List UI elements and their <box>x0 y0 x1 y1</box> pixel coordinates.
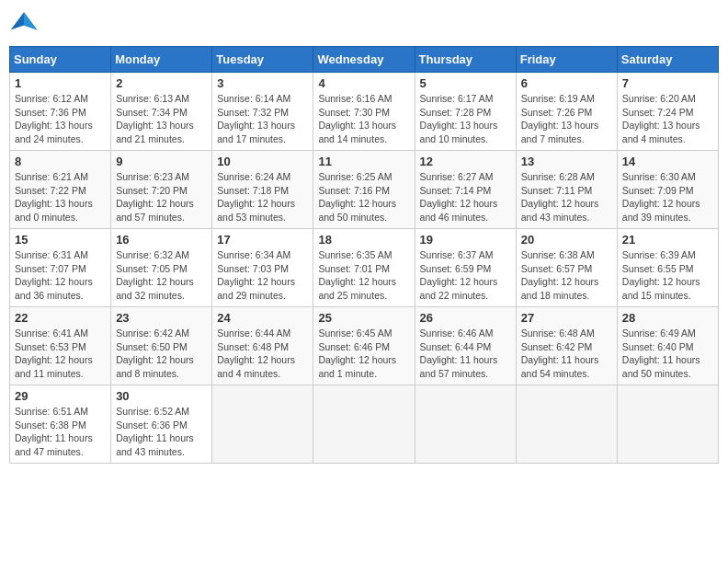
day-number: 30 <box>116 389 207 403</box>
day-number: 12 <box>420 155 511 168</box>
calendar-cell: 13Sunrise: 6:28 AMSunset: 7:11 PMDayligh… <box>516 151 617 229</box>
calendar-cell: 3Sunrise: 6:14 AMSunset: 7:32 PMDaylight… <box>212 73 313 151</box>
day-info: Sunrise: 6:51 AMSunset: 6:38 PMDaylight:… <box>15 405 106 459</box>
calendar-cell: 14Sunrise: 6:30 AMSunset: 7:09 PMDayligh… <box>617 151 718 229</box>
day-number: 2 <box>116 76 207 90</box>
day-number: 3 <box>217 76 308 90</box>
day-number: 23 <box>116 311 207 325</box>
day-info: Sunrise: 6:32 AMSunset: 7:05 PMDaylight:… <box>116 248 207 303</box>
day-info: Sunrise: 6:25 AMSunset: 7:16 PMDaylight:… <box>318 170 409 224</box>
calendar-cell <box>516 385 617 464</box>
calendar-week-row: 22Sunrise: 6:41 AMSunset: 6:53 PMDayligh… <box>10 307 719 385</box>
column-header-sunday: Sunday <box>10 47 111 73</box>
day-info: Sunrise: 6:30 AMSunset: 7:09 PMDaylight:… <box>622 170 713 224</box>
column-header-saturday: Saturday <box>617 47 718 73</box>
calendar-cell: 22Sunrise: 6:41 AMSunset: 6:53 PMDayligh… <box>10 307 111 385</box>
calendar-cell: 17Sunrise: 6:34 AMSunset: 7:03 PMDayligh… <box>212 229 313 307</box>
calendar-cell: 10Sunrise: 6:24 AMSunset: 7:18 PMDayligh… <box>212 151 313 229</box>
day-info: Sunrise: 6:52 AMSunset: 6:36 PMDaylight:… <box>116 405 207 459</box>
day-info: Sunrise: 6:37 AMSunset: 6:59 PMDaylight:… <box>420 248 511 303</box>
column-header-thursday: Thursday <box>415 47 516 73</box>
calendar-cell: 11Sunrise: 6:25 AMSunset: 7:16 PMDayligh… <box>313 151 415 229</box>
calendar-cell: 23Sunrise: 6:42 AMSunset: 6:50 PMDayligh… <box>111 307 212 385</box>
calendar-cell: 20Sunrise: 6:38 AMSunset: 6:57 PMDayligh… <box>516 229 617 307</box>
calendar-cell <box>617 385 718 464</box>
day-number: 7 <box>622 76 713 90</box>
day-number: 1 <box>15 76 106 90</box>
day-number: 8 <box>15 155 106 168</box>
day-number: 9 <box>116 155 207 168</box>
day-info: Sunrise: 6:13 AMSunset: 7:34 PMDaylight:… <box>116 92 207 146</box>
calendar-cell: 15Sunrise: 6:31 AMSunset: 7:07 PMDayligh… <box>10 229 111 307</box>
day-info: Sunrise: 6:16 AMSunset: 7:30 PMDaylight:… <box>318 92 409 146</box>
calendar-cell: 2Sunrise: 6:13 AMSunset: 7:34 PMDaylight… <box>111 73 212 151</box>
day-info: Sunrise: 6:41 AMSunset: 6:53 PMDaylight:… <box>15 327 106 381</box>
day-info: Sunrise: 6:20 AMSunset: 7:24 PMDaylight:… <box>622 92 713 146</box>
day-info: Sunrise: 6:38 AMSunset: 6:57 PMDaylight:… <box>521 248 612 303</box>
day-number: 13 <box>521 155 612 168</box>
calendar-cell: 7Sunrise: 6:20 AMSunset: 7:24 PMDaylight… <box>617 73 718 151</box>
calendar-cell: 5Sunrise: 6:17 AMSunset: 7:28 PMDaylight… <box>415 73 516 151</box>
day-number: 29 <box>15 389 106 403</box>
day-number: 16 <box>116 233 207 247</box>
calendar-header-row: SundayMondayTuesdayWednesdayThursdayFrid… <box>10 47 719 73</box>
logo <box>9 9 42 39</box>
calendar-week-row: 15Sunrise: 6:31 AMSunset: 7:07 PMDayligh… <box>10 229 719 307</box>
calendar-cell <box>415 385 516 464</box>
day-info: Sunrise: 6:35 AMSunset: 7:01 PMDaylight:… <box>318 248 409 303</box>
calendar-week-row: 29Sunrise: 6:51 AMSunset: 6:38 PMDayligh… <box>10 385 719 464</box>
day-number: 17 <box>217 233 308 247</box>
calendar-week-row: 8Sunrise: 6:21 AMSunset: 7:22 PMDaylight… <box>10 151 719 229</box>
calendar-cell: 6Sunrise: 6:19 AMSunset: 7:26 PMDaylight… <box>516 73 617 151</box>
calendar-cell: 27Sunrise: 6:48 AMSunset: 6:42 PMDayligh… <box>516 307 617 385</box>
day-info: Sunrise: 6:45 AMSunset: 6:46 PMDaylight:… <box>318 327 409 381</box>
svg-marker-1 <box>24 12 37 29</box>
day-info: Sunrise: 6:44 AMSunset: 6:48 PMDaylight:… <box>217 327 308 381</box>
day-number: 24 <box>217 311 308 325</box>
day-number: 27 <box>521 311 612 325</box>
day-number: 22 <box>15 311 106 325</box>
day-number: 28 <box>622 311 713 325</box>
column-header-monday: Monday <box>111 47 212 73</box>
day-info: Sunrise: 6:31 AMSunset: 7:07 PMDaylight:… <box>15 248 106 303</box>
calendar-cell: 4Sunrise: 6:16 AMSunset: 7:30 PMDaylight… <box>313 73 415 151</box>
day-number: 4 <box>318 76 409 90</box>
day-number: 21 <box>622 233 713 247</box>
day-number: 11 <box>318 155 409 168</box>
day-number: 18 <box>318 233 409 247</box>
column-header-friday: Friday <box>516 47 617 73</box>
calendar-cell: 16Sunrise: 6:32 AMSunset: 7:05 PMDayligh… <box>111 229 212 307</box>
day-number: 10 <box>217 155 308 168</box>
calendar-cell: 28Sunrise: 6:49 AMSunset: 6:40 PMDayligh… <box>617 307 718 385</box>
day-info: Sunrise: 6:21 AMSunset: 7:22 PMDaylight:… <box>15 170 106 224</box>
calendar-cell: 18Sunrise: 6:35 AMSunset: 7:01 PMDayligh… <box>313 229 415 307</box>
day-info: Sunrise: 6:34 AMSunset: 7:03 PMDaylight:… <box>217 248 308 303</box>
column-header-tuesday: Tuesday <box>212 47 313 73</box>
column-header-wednesday: Wednesday <box>313 47 415 73</box>
calendar-cell: 1Sunrise: 6:12 AMSunset: 7:36 PMDaylight… <box>10 73 111 151</box>
calendar-cell: 9Sunrise: 6:23 AMSunset: 7:20 PMDaylight… <box>111 151 212 229</box>
calendar-cell: 19Sunrise: 6:37 AMSunset: 6:59 PMDayligh… <box>415 229 516 307</box>
day-info: Sunrise: 6:28 AMSunset: 7:11 PMDaylight:… <box>521 170 612 224</box>
day-info: Sunrise: 6:12 AMSunset: 7:36 PMDaylight:… <box>15 92 106 146</box>
day-info: Sunrise: 6:19 AMSunset: 7:26 PMDaylight:… <box>521 92 612 146</box>
calendar-table: SundayMondayTuesdayWednesdayThursdayFrid… <box>9 46 719 464</box>
calendar-week-row: 1Sunrise: 6:12 AMSunset: 7:36 PMDaylight… <box>10 73 719 151</box>
day-number: 14 <box>622 155 713 168</box>
day-number: 5 <box>420 76 511 90</box>
day-number: 15 <box>15 233 106 247</box>
day-info: Sunrise: 6:49 AMSunset: 6:40 PMDaylight:… <box>622 327 713 381</box>
day-number: 26 <box>420 311 511 325</box>
calendar-cell: 25Sunrise: 6:45 AMSunset: 6:46 PMDayligh… <box>313 307 415 385</box>
day-info: Sunrise: 6:48 AMSunset: 6:42 PMDaylight:… <box>521 327 612 381</box>
calendar-cell <box>212 385 313 464</box>
calendar-cell: 8Sunrise: 6:21 AMSunset: 7:22 PMDaylight… <box>10 151 111 229</box>
page-header <box>9 9 719 39</box>
day-info: Sunrise: 6:42 AMSunset: 6:50 PMDaylight:… <box>116 327 207 381</box>
calendar-cell: 26Sunrise: 6:46 AMSunset: 6:44 PMDayligh… <box>415 307 516 385</box>
day-info: Sunrise: 6:46 AMSunset: 6:44 PMDaylight:… <box>420 327 511 381</box>
day-number: 20 <box>521 233 612 247</box>
calendar-cell: 24Sunrise: 6:44 AMSunset: 6:48 PMDayligh… <box>212 307 313 385</box>
day-info: Sunrise: 6:24 AMSunset: 7:18 PMDaylight:… <box>217 170 308 224</box>
day-info: Sunrise: 6:17 AMSunset: 7:28 PMDaylight:… <box>420 92 511 146</box>
